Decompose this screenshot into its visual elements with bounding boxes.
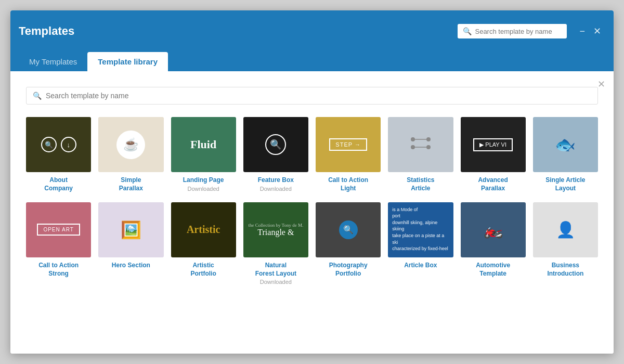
template-thumb-advanced-parallax: ▶ PLAY VI bbox=[461, 117, 526, 172]
template-downloaded-landing-page: Downloaded bbox=[188, 186, 219, 192]
template-name-business-intro: BusinessIntroduction bbox=[547, 262, 583, 278]
template-card-feature-box[interactable]: 🔍 Feature Box Downloaded bbox=[243, 117, 308, 193]
template-thumb-article-box: is a Mode ofportdownhill skiing, alpine … bbox=[388, 202, 453, 257]
template-card-single-article[interactable]: 🐟 Single ArticleLayout bbox=[533, 117, 598, 193]
template-card-forest-layout[interactable]: the Collection by Tony de M. Triangle & … bbox=[243, 202, 308, 285]
header-search-icon: 🔍 bbox=[463, 27, 472, 35]
template-card-article-box[interactable]: is a Mode ofportdownhill skiing, alpine … bbox=[388, 202, 453, 285]
stats-chart bbox=[405, 132, 436, 158]
feature-search-icon: 🔍 bbox=[265, 134, 286, 155]
template-name-article-box: Article Box bbox=[404, 262, 437, 270]
template-thumb-landing-page: Fluid bbox=[171, 117, 236, 172]
template-thumb-hero-section: 🖼️ bbox=[98, 202, 163, 257]
template-name-forest-layout: NaturalForest Layout bbox=[255, 262, 296, 278]
template-card-simple-parallax[interactable]: ☕ SimpleParallax bbox=[98, 117, 163, 193]
template-thumb-business-intro: 👤 bbox=[533, 202, 598, 257]
titlebar: Templates 🔍 − ✕ bbox=[10, 10, 614, 52]
template-thumb-simple-parallax: ☕ bbox=[98, 117, 163, 172]
template-downloaded-feature-box: Downloaded bbox=[260, 186, 292, 192]
inner-search-input[interactable] bbox=[46, 92, 591, 100]
inner-search-icon: 🔍 bbox=[33, 92, 42, 100]
template-name-simple-parallax: SimpleParallax bbox=[119, 176, 143, 192]
template-card-cta-strong[interactable]: OPEN ART Call to ActionStrong bbox=[26, 202, 91, 285]
template-name-cta-light: Call to ActionLight bbox=[328, 176, 368, 192]
template-name-single-article: Single ArticleLayout bbox=[545, 176, 585, 192]
template-card-statistics-article[interactable]: StatisticsArticle bbox=[388, 117, 453, 193]
template-thumb-forest-layout: the Collection by Tony de M. Triangle & bbox=[243, 202, 308, 257]
templates-window: Templates 🔍 − ✕ My Templates Template li… bbox=[10, 10, 614, 354]
minimize-button[interactable]: − bbox=[575, 24, 589, 39]
content-area: ✕ 🔍 🔍 ↓ AboutCompany ☕ bbox=[10, 71, 614, 354]
template-thumb-photography-portfolio: 🔍 bbox=[316, 202, 381, 257]
play-label: ▶ PLAY VI bbox=[473, 138, 513, 151]
template-name-statistics-article: StatisticsArticle bbox=[407, 176, 434, 192]
template-downloaded-forest: Downloaded bbox=[260, 279, 292, 285]
template-card-landing-page[interactable]: Fluid Landing Page Downloaded bbox=[171, 117, 236, 193]
template-name-photography-portfolio: PhotographyPortfolio bbox=[329, 262, 368, 278]
tabs-bar: My Templates Template library bbox=[10, 52, 614, 71]
tab-my-templates[interactable]: My Templates bbox=[19, 52, 87, 71]
template-card-business-intro[interactable]: 👤 BusinessIntroduction bbox=[533, 202, 598, 285]
template-name-automotive: AutomotiveTemplate bbox=[476, 262, 510, 278]
template-thumb-cta-light: STEP → bbox=[316, 117, 381, 172]
template-card-about-company[interactable]: 🔍 ↓ AboutCompany bbox=[26, 117, 91, 193]
tab-template-library[interactable]: Template library bbox=[87, 52, 168, 71]
header-search-input[interactable] bbox=[475, 28, 562, 35]
inner-search-box[interactable]: 🔍 bbox=[26, 87, 598, 105]
template-thumb-artistic-portfolio: Artistic bbox=[171, 202, 236, 257]
template-name-feature-box: Feature Box bbox=[258, 176, 294, 185]
template-name-artistic-portfolio: ArtisticPortfolio bbox=[190, 262, 216, 278]
template-card-advanced-parallax[interactable]: ▶ PLAY VI AdvancedParallax bbox=[461, 117, 526, 193]
template-thumb-feature-box: 🔍 bbox=[243, 117, 308, 172]
window-title: Templates bbox=[19, 24, 458, 38]
template-thumb-statistics-article bbox=[388, 117, 453, 172]
template-card-photography-portfolio[interactable]: 🔍 PhotographyPortfolio bbox=[316, 202, 381, 285]
template-thumb-single-article: 🐟 bbox=[533, 117, 598, 172]
about-search-icon: 🔍 bbox=[41, 137, 57, 152]
template-name-hero-section: Hero Section bbox=[112, 262, 150, 270]
templates-grid: 🔍 ↓ AboutCompany ☕ SimpleParallax Fluid bbox=[26, 117, 598, 285]
template-card-cta-light[interactable]: STEP → Call to ActionLight bbox=[316, 117, 381, 193]
svg-point-5 bbox=[426, 145, 431, 149]
template-card-hero-section[interactable]: 🖼️ Hero Section bbox=[98, 202, 163, 285]
header-search-box[interactable]: 🔍 bbox=[458, 24, 567, 38]
template-thumb-cta-strong: OPEN ART bbox=[26, 202, 91, 257]
template-name-about-company: AboutCompany bbox=[44, 176, 73, 192]
photo-search-icon: 🔍 bbox=[339, 220, 358, 239]
close-button[interactable]: ✕ bbox=[589, 23, 605, 39]
template-card-automotive[interactable]: 🏍️ AutomotiveTemplate bbox=[461, 202, 526, 285]
template-name-cta-strong: Call to ActionStrong bbox=[38, 262, 79, 278]
content-close-icon[interactable]: ✕ bbox=[597, 79, 605, 90]
template-card-artistic-portfolio[interactable]: Artistic ArtisticPortfolio bbox=[171, 202, 236, 285]
svg-point-2 bbox=[426, 137, 431, 141]
template-name-advanced-parallax: AdvancedParallax bbox=[478, 176, 508, 192]
about-download-icon: ↓ bbox=[61, 137, 76, 152]
template-thumb-about-company: 🔍 ↓ bbox=[26, 117, 91, 172]
template-name-landing-page: Landing Page bbox=[183, 176, 224, 185]
template-thumb-automotive: 🏍️ bbox=[461, 202, 526, 257]
